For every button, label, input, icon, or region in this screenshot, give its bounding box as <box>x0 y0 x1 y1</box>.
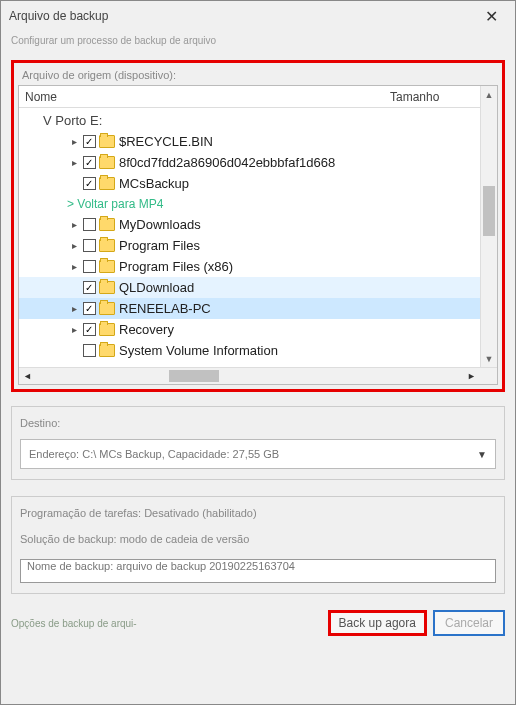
scroll-left-arrow-icon[interactable]: ◄ <box>19 368 36 384</box>
tree-header: Nome Tamanho <box>19 86 497 108</box>
file-tree[interactable]: Nome Tamanho V Porto E: ▸$RECYCLE.BIN▸8f… <box>18 85 498 385</box>
hscroll-thumb[interactable] <box>169 370 219 382</box>
tree-item-label: QLDownload <box>119 280 194 295</box>
expand-toggle-icon[interactable]: ▸ <box>67 261 81 272</box>
tree-item-label: Program Files <box>119 238 200 253</box>
source-group-label: Arquivo de origem (dispositivo): <box>20 69 178 81</box>
checkbox[interactable] <box>83 135 96 148</box>
chevron-down-icon: ▼ <box>477 449 487 460</box>
vscroll-thumb[interactable] <box>483 186 495 236</box>
footer: Opções de backup de arqui- Back up agora… <box>1 604 515 646</box>
back-link[interactable]: > Voltar para MP4 <box>19 194 480 214</box>
tree-item-label: MyDownloads <box>119 217 201 232</box>
tree-item-label: MCsBackup <box>119 176 189 191</box>
close-button[interactable]: ✕ <box>475 2 507 30</box>
expand-toggle-icon[interactable]: ▸ <box>67 240 81 251</box>
expand-toggle-icon[interactable]: ▸ <box>67 219 81 230</box>
solution-line: Solução de backup: modo de cadeia de ver… <box>20 533 496 545</box>
expand-toggle-icon[interactable]: ▸ <box>67 324 81 335</box>
checkbox[interactable] <box>83 281 96 294</box>
window-title: Arquivo de backup <box>9 9 475 23</box>
checkbox[interactable] <box>83 260 96 273</box>
schedule-label: Programação de tarefas: <box>20 507 141 519</box>
tree-row[interactable]: ▸Program Files <box>19 235 480 256</box>
backup-now-button[interactable]: Back up agora <box>328 610 427 636</box>
schedule-line: Programação de tarefas: Desativado (habi… <box>20 507 496 519</box>
folder-icon <box>99 344 115 357</box>
destination-value: Endereço: C:\ MCs Backup, Capacidade: 27… <box>29 448 279 460</box>
column-size[interactable]: Tamanho <box>390 90 480 104</box>
checkbox[interactable] <box>83 344 96 357</box>
folder-icon <box>99 135 115 148</box>
window-subtitle: Configurar um processo de backup de arqu… <box>1 31 515 54</box>
checkbox[interactable] <box>83 323 96 336</box>
folder-icon <box>99 302 115 315</box>
backup-name-label: Nome de backup: <box>27 560 113 572</box>
folder-icon <box>99 218 115 231</box>
tree-row[interactable]: ▸Recovery <box>19 319 480 340</box>
expand-toggle-icon[interactable]: ▸ <box>67 136 81 147</box>
folder-icon <box>99 177 115 190</box>
source-group: Arquivo de origem (dispositivo): Nome Ta… <box>11 60 505 392</box>
backup-name-input[interactable]: Nome de backup: arquivo de backup 201902… <box>20 559 496 583</box>
solution-value[interactable]: modo de cadeia de versão <box>120 533 250 545</box>
tree-row[interactable]: ▸Program Files (x86) <box>19 256 480 277</box>
solution-label: Solução de backup: <box>20 533 117 545</box>
tree-root[interactable]: V Porto E: <box>19 110 480 131</box>
tree-item-label: System Volume Information <box>119 343 278 358</box>
folder-icon <box>99 281 115 294</box>
tree-row[interactable]: QLDownload <box>19 277 480 298</box>
tree-row[interactable]: System Volume Information <box>19 340 480 361</box>
tree-item-label: $RECYCLE.BIN <box>119 134 213 149</box>
folder-icon <box>99 239 115 252</box>
tree-item-label: Program Files (x86) <box>119 259 233 274</box>
tree-item-label: RENEELAB-PC <box>119 301 211 316</box>
folder-icon <box>99 156 115 169</box>
destination-group: Destino: Endereço: C:\ MCs Backup, Capac… <box>11 406 505 480</box>
tree-row[interactable]: ▸8f0cd7fdd2a86906d042ebbbfaf1d668 <box>19 152 480 173</box>
checkbox[interactable] <box>83 218 96 231</box>
tree-row[interactable]: ▸$RECYCLE.BIN <box>19 131 480 152</box>
folder-icon <box>99 323 115 336</box>
tree-row[interactable]: ▸RENEELAB-PC <box>19 298 480 319</box>
scroll-right-arrow-icon[interactable]: ► <box>463 368 480 384</box>
checkbox[interactable] <box>83 302 96 315</box>
tree-body[interactable]: V Porto E: ▸$RECYCLE.BIN▸8f0cd7fdd2a8690… <box>19 108 497 367</box>
tree-row[interactable]: ▸MyDownloads <box>19 214 480 235</box>
folder-icon <box>99 260 115 273</box>
horizontal-scrollbar[interactable]: ◄ ► <box>19 367 497 384</box>
drive-label: V Porto E: <box>19 113 102 128</box>
tree-item-label: 8f0cd7fdd2a86906d042ebbbfaf1d668 <box>119 155 335 170</box>
backup-options-link[interactable]: Opções de backup de arqui- <box>11 618 137 629</box>
checkbox[interactable] <box>83 177 96 190</box>
settings-group: Programação de tarefas: Desativado (habi… <box>11 496 505 594</box>
vertical-scrollbar[interactable]: ▲ ▼ <box>480 86 497 367</box>
titlebar: Arquivo de backup ✕ <box>1 1 515 31</box>
backup-name-value: arquivo de backup 20190225163704 <box>116 560 295 572</box>
destination-label: Destino: <box>20 417 496 429</box>
scroll-up-arrow-icon[interactable]: ▲ <box>481 86 497 103</box>
expand-toggle-icon[interactable]: ▸ <box>67 303 81 314</box>
column-name[interactable]: Nome <box>19 90 390 104</box>
tree-row[interactable]: MCsBackup <box>19 173 480 194</box>
close-icon: ✕ <box>485 7 498 26</box>
schedule-value[interactable]: Desativado (habilitado) <box>144 507 257 519</box>
backup-dialog: Arquivo de backup ✕ Configurar um proces… <box>0 0 516 705</box>
checkbox[interactable] <box>83 156 96 169</box>
checkbox[interactable] <box>83 239 96 252</box>
destination-select[interactable]: Endereço: C:\ MCs Backup, Capacidade: 27… <box>20 439 496 469</box>
cancel-button[interactable]: Cancelar <box>433 610 505 636</box>
expand-toggle-icon[interactable]: ▸ <box>67 157 81 168</box>
tree-item-label: Recovery <box>119 322 174 337</box>
scroll-down-arrow-icon[interactable]: ▼ <box>481 350 497 367</box>
